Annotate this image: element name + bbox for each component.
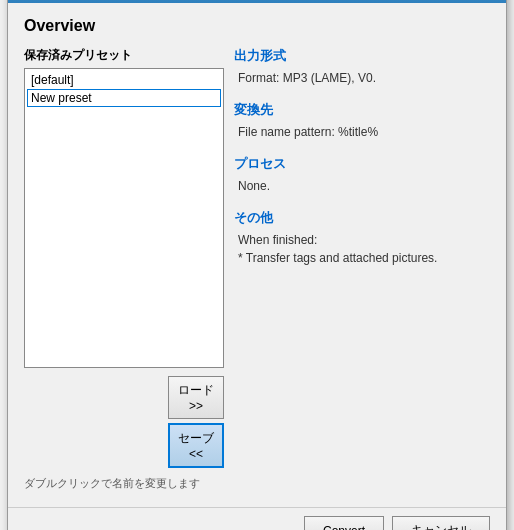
right-panel: 出力形式 Format: MP3 (LAME), V0. 変換先 File na…	[234, 47, 490, 491]
output-format-section: 出力形式 Format: MP3 (LAME), V0.	[234, 47, 490, 87]
preset-item-new[interactable]: New preset	[27, 89, 221, 107]
presets-label: 保存済みプリセット	[24, 47, 224, 64]
overview-heading: Overview	[24, 17, 490, 35]
main-layout: 保存済みプリセット [default] New preset ロード >> セー…	[24, 47, 490, 491]
other-value: When finished: * Transfer tags and attac…	[234, 231, 490, 267]
button-group: ロード >> セーブ <<	[24, 376, 224, 468]
output-format-title[interactable]: 出力形式	[234, 47, 490, 65]
other-value-line1: When finished:	[238, 233, 317, 247]
process-title[interactable]: プロセス	[234, 155, 490, 173]
save-label-1: セーブ	[178, 431, 214, 445]
save-label-2: <<	[189, 447, 203, 461]
footer: Convert キャンセル	[8, 507, 506, 530]
load-label-1: ロード	[178, 383, 214, 397]
other-section: その他 When finished: * Transfer tags and a…	[234, 209, 490, 267]
other-title[interactable]: その他	[234, 209, 490, 227]
process-section: プロセス None.	[234, 155, 490, 195]
other-value-line2: * Transfer tags and attached pictures.	[238, 251, 437, 265]
left-panel: 保存済みプリセット [default] New preset ロード >> セー…	[24, 47, 224, 491]
destination-title[interactable]: 変換先	[234, 101, 490, 119]
cancel-button[interactable]: キャンセル	[392, 516, 490, 530]
content-area: Overview 保存済みプリセット [default] New preset …	[8, 3, 506, 501]
load-button[interactable]: ロード >>	[168, 376, 224, 419]
hint-text: ダブルクリックで名前を変更します	[24, 476, 224, 491]
process-value: None.	[234, 177, 490, 195]
output-format-value: Format: MP3 (LAME), V0.	[234, 69, 490, 87]
preset-item-default[interactable]: [default]	[27, 71, 221, 89]
destination-section: 変換先 File name pattern: %title%	[234, 101, 490, 141]
load-label-2: >>	[189, 399, 203, 413]
save-button[interactable]: セーブ <<	[168, 423, 224, 468]
preset-list[interactable]: [default] New preset	[24, 68, 224, 368]
convert-button[interactable]: Convert	[304, 516, 384, 530]
main-window: コンバーターのセットアップ ? ✕ Overview 保存済みプリセット [de…	[7, 0, 507, 530]
destination-value: File name pattern: %title%	[234, 123, 490, 141]
